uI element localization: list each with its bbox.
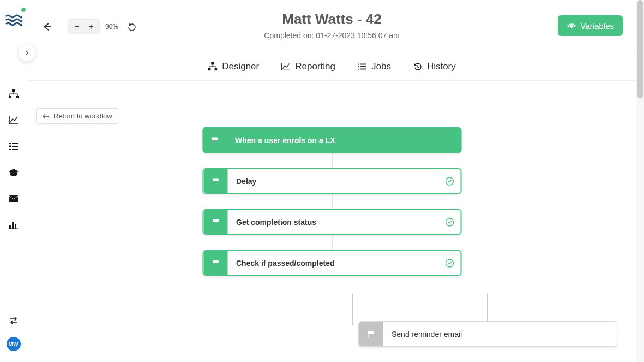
tab-jobs[interactable]: Jobs (357, 61, 391, 72)
sidebar-item-sitemap[interactable] (8, 88, 19, 99)
node-status (438, 210, 460, 234)
back-button[interactable] (41, 21, 52, 32)
svg-rect-14 (212, 62, 214, 64)
zoom-level: 90% (105, 23, 118, 31)
svg-rect-22 (360, 68, 366, 69)
tab-reporting[interactable]: Reporting (281, 61, 335, 72)
node-label: Get completion status (227, 210, 438, 234)
main: − + 90% Matt Watts - 42 Completed on: 01… (27, 0, 636, 362)
topbar-left: − + 90% (41, 19, 137, 34)
check-circle-icon (445, 177, 454, 186)
svg-rect-3 (9, 143, 11, 144)
connector (487, 293, 488, 322)
node-label: Send reminder email (383, 322, 617, 346)
variables-label: Variables (581, 21, 614, 31)
branch-row: Send reminder email (358, 321, 617, 347)
connector (29, 293, 480, 293)
zoom-group: − + (68, 19, 100, 34)
node-icon-block (359, 322, 383, 346)
flag-icon (210, 136, 219, 145)
svg-rect-7 (9, 149, 11, 150)
avatar[interactable]: MW (7, 337, 21, 351)
bar-chart-icon (8, 219, 19, 230)
check-circle-icon (445, 259, 454, 268)
tab-label: Reporting (295, 61, 335, 72)
sidebar-item-list[interactable] (8, 141, 19, 152)
arrow-left-icon (41, 21, 52, 32)
connector (332, 194, 332, 209)
chart-line-icon (8, 115, 19, 126)
workflow-node-delay[interactable]: Delay (202, 168, 461, 194)
sidebar-item-chart[interactable] (8, 115, 19, 126)
flag-icon (211, 218, 220, 227)
tab-history[interactable]: History (413, 61, 456, 72)
svg-rect-21 (358, 68, 359, 69)
undo-icon (127, 21, 137, 32)
tab-label: Designer (222, 61, 259, 72)
envelope-icon (8, 193, 19, 204)
return-label: Return to workflow (53, 112, 112, 120)
sidebar-item-swap[interactable] (8, 315, 19, 326)
check-circle-icon (445, 218, 454, 227)
zoom-controls: − + 90% (68, 19, 137, 34)
reply-icon (42, 113, 50, 120)
workflow-node-send-reminder[interactable]: Send reminder email (358, 321, 617, 347)
node-icon-block (203, 169, 227, 193)
node-label: When a user enrols on a LX (226, 127, 461, 153)
svg-rect-10 (9, 225, 11, 229)
svg-rect-2 (16, 96, 19, 98)
page-subtitle: Completed on: 01-27-2023 10:56:07 am (264, 31, 399, 40)
tab-label: History (427, 61, 456, 72)
tabs: Designer Reporting Jobs History (27, 52, 636, 81)
workflow-node-trigger[interactable]: When a user enrols on a LX (202, 127, 461, 153)
notification-dot (21, 8, 26, 12)
page-title: Matt Watts - 42 (264, 11, 399, 28)
flag-icon (366, 330, 375, 339)
svg-rect-17 (358, 63, 359, 64)
svg-rect-9 (9, 195, 18, 202)
connector (332, 235, 332, 250)
divider (5, 304, 22, 304)
node-status (438, 169, 460, 193)
workflow-node-check-passed[interactable]: Check if passed/completed (202, 250, 461, 276)
node-label: Delay (227, 169, 438, 193)
svg-rect-18 (360, 63, 366, 64)
svg-point-13 (570, 24, 573, 27)
sitemap-icon (208, 62, 218, 72)
sidebar-item-barchart[interactable] (8, 219, 19, 230)
svg-rect-20 (360, 66, 366, 67)
zoom-out-button[interactable]: − (71, 21, 82, 32)
node-icon-block (203, 251, 227, 275)
node-icon-block (203, 210, 227, 234)
expand-sidebar-button[interactable] (19, 45, 35, 61)
svg-rect-12 (15, 224, 16, 229)
graduation-cap-icon (8, 167, 19, 178)
svg-rect-19 (358, 66, 359, 67)
node-status (438, 251, 460, 275)
scrollbar-thumb[interactable] (637, 0, 643, 98)
sidebar-item-graduation[interactable] (8, 167, 19, 178)
svg-rect-8 (12, 149, 18, 150)
svg-rect-1 (9, 96, 11, 98)
app-logo[interactable] (5, 11, 22, 28)
reset-zoom-button[interactable] (127, 21, 137, 32)
return-to-workflow-button[interactable]: Return to workflow (36, 108, 118, 124)
eye-icon (567, 21, 576, 31)
workflow-canvas[interactable]: Return to workflow When a user enrols on… (27, 81, 636, 362)
flag-icon (211, 259, 220, 268)
variables-button[interactable]: Variables (558, 15, 623, 36)
zoom-in-button[interactable]: + (86, 21, 97, 32)
sitemap-icon (8, 88, 19, 99)
vertical-scrollbar[interactable] (636, 0, 644, 362)
sidebar-nav (8, 88, 19, 230)
connector (332, 153, 332, 168)
tab-designer[interactable]: Designer (208, 61, 259, 72)
sidebar-item-envelope[interactable] (8, 193, 19, 204)
svg-rect-16 (215, 68, 218, 70)
logo-icon (5, 11, 22, 28)
workflow-column: When a user enrols on a LX Delay Get com… (202, 127, 461, 276)
svg-rect-11 (12, 222, 14, 229)
svg-rect-15 (208, 68, 211, 70)
swap-icon (8, 315, 19, 326)
workflow-node-get-completion[interactable]: Get completion status (202, 209, 461, 235)
